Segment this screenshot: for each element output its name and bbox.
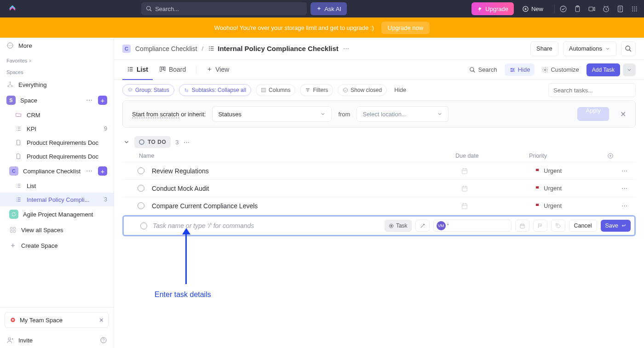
upgrade-now-button[interactable]: Upgrade now [381, 22, 430, 34]
notepad-icon[interactable] [616, 5, 624, 13]
breadcrumb-space[interactable]: Compliance Checklist [135, 45, 197, 52]
sidebar-item-kpi[interactable]: KPI 9 [0, 122, 114, 136]
ellipsis-icon[interactable]: ⋯ [613, 185, 636, 192]
sidebar-item-crm[interactable]: CRM [0, 108, 114, 122]
sidebar-item-prd1[interactable]: Product Requirements Doc [0, 136, 114, 149]
alarm-icon[interactable] [602, 5, 610, 13]
chip-columns[interactable]: Columns [256, 84, 295, 96]
team-space-chip[interactable]: My Team Space ✕ [5, 312, 109, 328]
status-ring-icon[interactable] [140, 222, 147, 229]
view-search-button[interactable]: Search [465, 63, 501, 76]
close-icon[interactable]: ✕ [99, 317, 104, 324]
chip-filters[interactable]: Filters [300, 84, 333, 96]
ask-ai-button[interactable]: Ask AI [310, 2, 347, 15]
close-icon[interactable]: ✕ [620, 110, 626, 119]
ellipsis-icon[interactable]: ⋯ [343, 45, 349, 52]
add-view-button[interactable]: View [202, 60, 234, 80]
video-icon[interactable] [588, 5, 596, 13]
apps-grid-icon[interactable] [631, 5, 638, 13]
sidebar-invite[interactable]: Invite [0, 332, 114, 348]
chip-subtasks[interactable]: Subtasks: Collapse all [179, 84, 251, 96]
view-tab-list[interactable]: List [122, 60, 153, 80]
calendar-icon[interactable] [461, 202, 535, 210]
priority-button[interactable] [533, 220, 547, 232]
wand-button[interactable] [415, 220, 430, 232]
calendar-icon[interactable] [461, 185, 535, 192]
add-icon[interactable]: + [98, 166, 107, 176]
svg-point-16 [634, 10, 635, 11]
topbar-center: Search... Ask AI [20, 2, 468, 15]
ellipsis-icon[interactable]: ⋯ [613, 167, 636, 174]
chip-show-closed[interactable]: Show closed [338, 84, 387, 96]
view-tab-board[interactable]: Board [155, 60, 190, 80]
inherit-statuses-select[interactable]: Statuses [212, 106, 332, 122]
help-icon[interactable] [100, 337, 107, 344]
ellipsis-icon[interactable]: ⋯ [85, 167, 93, 175]
priority-cell[interactable]: Urgent [535, 167, 613, 174]
share-button[interactable]: Share [530, 41, 558, 56]
sidebar-space[interactable]: S Space ⋯ + [0, 92, 114, 108]
topbar: Search... Ask AI Upgrade New [0, 0, 644, 17]
svg-point-27 [16, 130, 17, 131]
sidebar-internal-policy[interactable]: Internal Policy Compli... 3 [0, 193, 114, 206]
priority-cell[interactable]: Urgent [535, 185, 613, 192]
annotation-label: Enter task details [155, 291, 211, 299]
compliance-avatar: C [9, 166, 18, 176]
status-pill[interactable]: TO DO [134, 136, 171, 148]
search-icon [625, 45, 632, 52]
tag-button[interactable] [551, 220, 565, 232]
favorites-heading[interactable]: Favorites [0, 53, 114, 66]
global-search[interactable]: Search... [141, 2, 307, 15]
sidebar-more[interactable]: More [0, 38, 114, 53]
add-column-button[interactable] [607, 153, 630, 159]
add-icon[interactable]: + [98, 96, 107, 105]
task-row[interactable]: Compare Current Compliance Levels Urgent… [122, 197, 636, 214]
ellipsis-icon[interactable]: ⋯ [85, 97, 93, 104]
add-task-button[interactable]: Add Task [586, 63, 620, 76]
chevron-down-icon[interactable] [123, 139, 130, 145]
task-row[interactable]: Review Regulations Urgent ⋯ [122, 162, 636, 179]
ellipsis-icon[interactable]: ⋯ [613, 202, 636, 209]
status-ring-icon[interactable] [138, 185, 144, 192]
chip-hide[interactable]: Hide [391, 84, 409, 96]
customize-button[interactable]: Customize [537, 63, 583, 76]
sidebar-item-prd2[interactable]: Product Requirements Doc [0, 149, 114, 163]
sidebar-compliance-checklist[interactable]: C Compliance Checklist ⋯ + [0, 163, 114, 179]
check-circle-icon[interactable] [559, 5, 567, 13]
svg-point-10 [634, 6, 635, 7]
search-tasks-input[interactable] [548, 83, 636, 97]
svg-point-24 [12, 86, 13, 87]
due-date-button[interactable] [515, 220, 529, 232]
sidebar-view-all-spaces[interactable]: View all Spaces [0, 222, 114, 238]
chip-group[interactable]: Group: Status [122, 84, 174, 96]
task-type-chip[interactable]: Task [385, 220, 412, 232]
inherit-location-select[interactable]: Select location... [356, 106, 448, 122]
status-ring-icon[interactable] [138, 202, 144, 209]
calendar-icon[interactable] [461, 167, 535, 175]
priority-cell[interactable]: Urgent [535, 202, 613, 209]
automations-button[interactable]: Automations [563, 41, 616, 56]
add-task-dropdown[interactable] [623, 63, 636, 76]
sidebar-list[interactable]: List [0, 179, 114, 193]
cancel-button[interactable]: Cancel [569, 220, 597, 232]
task-row[interactable]: Conduct Mock Audit Urgent ⋯ [122, 179, 636, 197]
sidebar-everything[interactable]: Everything [0, 77, 114, 92]
plus-icon [9, 242, 17, 249]
sidebar-create-space[interactable]: Create Space [0, 238, 114, 253]
new-button[interactable]: New [518, 2, 548, 15]
ellipsis-icon[interactable]: ⋯ [184, 139, 190, 146]
search-button[interactable] [621, 41, 636, 56]
save-button[interactable]: Save [601, 220, 631, 232]
upgrade-button[interactable]: Upgrade [472, 2, 514, 15]
breadcrumb-space-chip[interactable]: C [122, 45, 131, 53]
sidebar-agile[interactable]: Agile Project Management [0, 206, 114, 222]
hide-button[interactable]: Hide [505, 63, 535, 76]
clipboard-icon[interactable] [574, 5, 581, 13]
status-ring-icon [139, 139, 144, 145]
svg-rect-36 [11, 230, 12, 232]
apply-button[interactable]: Apply [577, 107, 609, 121]
status-ring-icon[interactable] [138, 167, 144, 174]
svg-point-11 [636, 6, 637, 7]
svg-point-20 [10, 45, 10, 46]
assignee-field[interactable]: VM ' [433, 220, 512, 232]
